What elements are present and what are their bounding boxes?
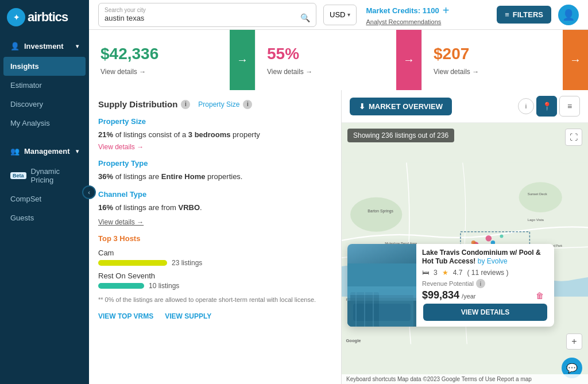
right-panel: ⬇ MARKET OVERVIEW i 📍 ≡: [342, 90, 588, 384]
chat-icon: 💬: [566, 363, 578, 374]
investment-icon: 👤: [10, 42, 20, 51]
metric-link-revenue[interactable]: View details →: [100, 68, 243, 76]
revenue-value-row: $99,834 /year 🗑: [422, 289, 548, 301]
map-expand-button[interactable]: ⛶: [565, 129, 582, 146]
license-footnote: ** 0% of the listings are allowed to ope…: [98, 296, 332, 304]
property-size-section: Property Size 21% of listings consist of…: [98, 117, 332, 151]
sidebar-compset-label: CompSet: [10, 195, 41, 203]
topbar: Search your city 🔍 USD ▾ Market Credits:…: [89, 0, 588, 30]
channel-type-title: Channel Type: [98, 190, 332, 199]
revenue-info-icon[interactable]: i: [476, 279, 485, 288]
credits-text: Market Credits: 1100: [366, 6, 439, 15]
property-size-text: 21% of listings consist of a 3 bedrooms …: [98, 129, 332, 141]
channel-type-percent: 16%: [98, 203, 113, 212]
supply-info-icon[interactable]: i: [181, 100, 190, 109]
property-details: Lake Travis Condominium w/ Pool & Hot Tu…: [416, 244, 554, 327]
metric-link-adr[interactable]: View details →: [434, 68, 577, 76]
property-info-top: Lake Travis Condominium w/ Pool & Hot Tu…: [416, 244, 554, 304]
app-logo-icon: ✦: [7, 8, 25, 26]
metric-arrow-revenue[interactable]: →: [230, 30, 255, 90]
host-item-1: Cam 23 listings: [98, 249, 332, 267]
sidebar-item-dynamic-pricing[interactable]: Beta Dynamic Pricing: [3, 162, 86, 189]
revenue-label-text: Revenue Potential: [422, 280, 474, 287]
sidebar-item-discovery[interactable]: Discovery: [3, 95, 86, 114]
filters-button[interactable]: ≡ FILTERS: [497, 6, 551, 24]
map-location-button[interactable]: 📍: [536, 96, 557, 117]
property-type-title: Property Type: [98, 159, 332, 168]
map-listings-badge: Showing 236 listings out of 236: [347, 129, 454, 142]
property-size-view-details[interactable]: View details →: [98, 143, 332, 151]
map-area: Barton Springs Sunset Deck Lago Vista Pa…: [342, 123, 588, 384]
host2-name: Rest On Seventh: [98, 271, 332, 280]
view-supply-link[interactable]: VIEW SUPPLY: [165, 312, 211, 320]
sidebar-discovery-label: Discovery: [10, 100, 43, 108]
sidebar-insights-label: Insights: [10, 62, 39, 71]
arrow-right-icon-3: →: [570, 53, 581, 67]
credits-plus-icon[interactable]: +: [443, 4, 450, 17]
property-size-title: Property Size: [98, 117, 332, 126]
svg-text:Barton Springs: Barton Springs: [368, 209, 393, 214]
property-size-info-icon[interactable]: i: [243, 100, 252, 109]
property-type-percent: 36%: [98, 172, 113, 181]
market-overview-button[interactable]: ⬇ MARKET OVERVIEW: [350, 98, 452, 115]
user-avatar[interactable]: 👤: [558, 5, 579, 25]
metric-arrow-adr[interactable]: →: [563, 30, 588, 90]
avatar-icon: 👤: [562, 9, 575, 21]
location-pin-icon: 📍: [542, 102, 552, 111]
chevron-left-icon: ‹: [88, 189, 90, 196]
trash-icon[interactable]: 🗑: [536, 291, 544, 300]
channel-view-details-link[interactable]: View details →: [98, 218, 332, 226]
property-reviews-parens: ( 11 reviews ): [467, 269, 508, 277]
sidebar-item-management[interactable]: 👥 Management ▾: [3, 142, 86, 161]
map-info-button[interactable]: i: [518, 98, 534, 114]
list-icon: ≡: [567, 102, 572, 111]
credits-row: Market Credits: 1100 +: [366, 4, 449, 17]
zoom-in-button[interactable]: +: [566, 333, 582, 350]
host2-count: 10 listings: [149, 282, 179, 290]
metric-arrow-occupancy[interactable]: →: [396, 30, 421, 90]
plus-icon: +: [571, 336, 577, 347]
host2-bar: [98, 283, 144, 289]
search-icon[interactable]: 🔍: [300, 13, 310, 22]
sidebar-item-guests[interactable]: Guests: [3, 208, 86, 227]
sidebar-item-estimator[interactable]: Estimator: [3, 76, 86, 95]
metric-value-occupancy: 55%: [267, 45, 410, 63]
map-list-button[interactable]: ≡: [559, 96, 580, 117]
analyst-recommendations-link[interactable]: Analyst Recommendations: [366, 18, 449, 25]
sidebar-investment-label: Investment: [24, 42, 64, 51]
host-item-2: Rest On Seventh 10 listings: [98, 271, 332, 290]
currency-value: USD: [330, 10, 345, 19]
chevron-down-icon-2: ▾: [76, 148, 79, 154]
revenue-label-row: Revenue Potential i: [422, 279, 548, 288]
svg-text:Google: Google: [346, 338, 361, 343]
expand-icon: ⛶: [570, 133, 578, 142]
property-type-text: 36% of listings are Entire Home properti…: [98, 171, 332, 183]
map-credits-text: Keyboard shortcuts Map data ©2023 Google…: [346, 376, 532, 382]
sidebar-item-insights[interactable]: Insights: [3, 57, 86, 76]
search-label: Search your city: [105, 7, 310, 13]
svg-point-9: [486, 235, 492, 242]
filter-icon: ≡: [505, 10, 509, 19]
main-content: Search your city 🔍 USD ▾ Market Credits:…: [89, 0, 588, 384]
property-size-tab[interactable]: Property Size: [198, 100, 239, 108]
market-credits-area: Market Credits: 1100 + Analyst Recommend…: [366, 4, 449, 25]
map-toolbar: ⬇ MARKET OVERVIEW i 📍 ≡: [342, 90, 588, 123]
sidebar-item-investment[interactable]: 👤 Investment ▾: [3, 37, 86, 56]
search-input[interactable]: [105, 14, 297, 22]
host2-bar-row: 10 listings: [98, 282, 332, 290]
sidebar-management-section: 👥 Management ▾ Beta Dynamic Pricing Comp…: [0, 139, 89, 230]
currency-selector[interactable]: USD ▾: [323, 5, 357, 25]
property-size-beds: 3 bedrooms: [188, 130, 231, 139]
sidebar: ✦ airbtics 👤 Investment ▾ Insights Estim…: [0, 0, 89, 384]
channel-type-section: Channel Type 16% of listings are from VR…: [98, 190, 332, 226]
view-top-vrms-link[interactable]: VIEW TOP VRMS: [98, 312, 153, 320]
bottom-links-row: VIEW TOP VRMS VIEW SUPPLY: [98, 312, 332, 320]
metric-link-occupancy[interactable]: View details →: [267, 68, 410, 76]
view-details-button[interactable]: VIEW DETAILS: [423, 304, 547, 321]
sidebar-collapse-button[interactable]: ‹: [82, 185, 96, 199]
map-zoom-controls: +: [566, 333, 582, 350]
sidebar-item-compset[interactable]: CompSet: [3, 189, 86, 208]
sidebar-item-my-analysis[interactable]: My Analysis: [3, 114, 86, 133]
supply-title-row: Supply Distribution i Property Size i: [98, 99, 332, 109]
sidebar-investment-section: 👤 Investment ▾ Insights Estimator Discov…: [0, 34, 89, 135]
